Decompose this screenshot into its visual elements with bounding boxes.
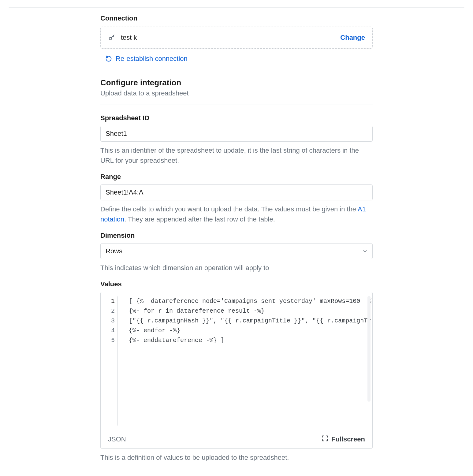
divider — [100, 105, 373, 105]
scrollbar[interactable] — [367, 296, 371, 402]
fullscreen-button[interactable]: Fullscreen — [322, 435, 365, 444]
range-help: Define the cells to which you want to up… — [100, 204, 373, 224]
code-language-label: JSON — [108, 435, 126, 443]
spreadsheet-id-input[interactable] — [100, 126, 373, 142]
dimension-label: Dimension — [100, 232, 373, 240]
dimension-help: This indicates which dimension an operat… — [100, 263, 373, 273]
code-gutter: 1 2 3 4 5 — [101, 292, 118, 430]
dimension-select[interactable]: Rows — [100, 243, 373, 259]
change-connection-link[interactable]: Change — [340, 34, 365, 42]
fullscreen-label: Fullscreen — [331, 435, 365, 443]
configure-title: Configure integration — [100, 78, 373, 87]
spreadsheet-id-help: This is an identifier of the spreadsheet… — [100, 145, 373, 165]
connection-name: test k — [121, 34, 335, 42]
line-number: 5 — [111, 336, 115, 345]
values-code-box: 1 2 3 4 5 [ {%- datareference node='Camp… — [100, 292, 373, 449]
reestablish-connection-label: Re-establish connection — [116, 55, 188, 63]
values-label: Values — [100, 280, 373, 288]
fullscreen-icon — [322, 435, 328, 444]
line-number: 4 — [111, 326, 115, 336]
range-help-after: . They are appended after the last row o… — [124, 215, 275, 223]
values-help: This is a definition of values to be upl… — [100, 452, 373, 463]
connection-box: test k Change — [100, 27, 373, 49]
line-number: 2 — [111, 306, 115, 316]
line-number: 1 — [111, 296, 115, 306]
line-number: 3 — [111, 316, 115, 326]
values-code-editor[interactable]: 1 2 3 4 5 [ {%- datareference node='Camp… — [101, 292, 372, 430]
refresh-icon — [105, 55, 112, 62]
range-help-before: Define the cells to which you want to up… — [100, 205, 358, 213]
code-content[interactable]: [ {%- datareference node='Campaigns sent… — [118, 292, 372, 430]
spreadsheet-id-label: Spreadsheet ID — [100, 114, 373, 122]
range-input[interactable] — [100, 184, 373, 200]
configure-subtitle: Upload data to a spreadsheet — [100, 89, 373, 97]
reestablish-connection-button[interactable]: Re-establish connection — [100, 55, 373, 63]
key-icon — [108, 34, 115, 41]
connection-label: Connection — [100, 14, 373, 22]
range-label: Range — [100, 173, 373, 181]
